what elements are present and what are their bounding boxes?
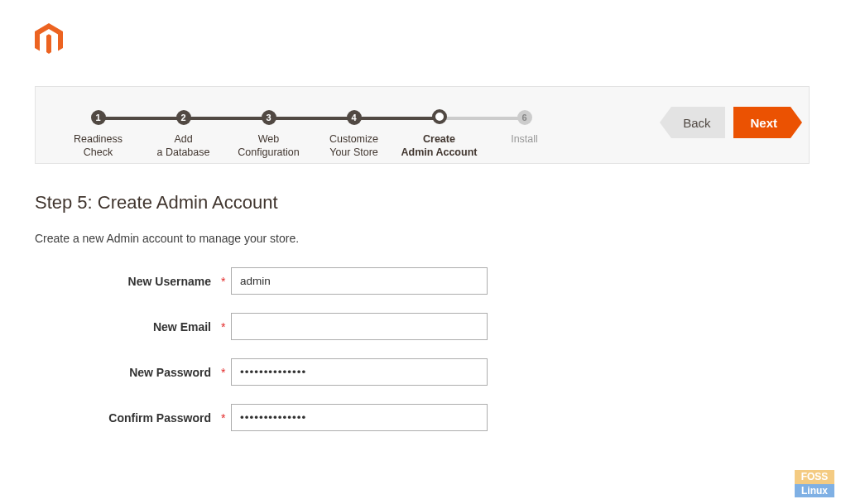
step-label: Customize Your Store [329,133,378,159]
admin-account-form: New Username * New Email * New Password … [35,258,488,440]
step-circle: 2 [176,110,191,125]
step-circle: 4 [347,110,362,125]
field-row-username: New Username * [35,258,488,304]
confirm-password-label: Confirm Password [35,411,221,425]
step-readiness-check: 1 Readiness Check [55,110,141,159]
step-circle [432,109,447,124]
required-asterisk: * [221,366,231,379]
password-label: New Password [35,366,221,379]
required-asterisk: * [221,411,231,425]
required-asterisk: * [221,275,231,288]
field-row-password: New Password * [35,349,488,395]
next-button[interactable]: Next [733,107,791,138]
step-label: Create Admin Account [401,133,478,159]
username-label: New Username [35,275,221,288]
password-input[interactable] [231,358,488,386]
back-button[interactable]: Back [671,107,725,138]
page-title: Step 5: Create Admin Account [35,192,278,214]
step-connector [269,117,354,120]
step-label: Readiness Check [74,133,123,159]
field-row-confirm-password: Confirm Password * [35,395,488,440]
email-input[interactable] [231,313,488,340]
step-connector [354,117,440,120]
required-asterisk: * [221,320,231,334]
wizard-progress: 1 Readiness Check 2 Add a Database 3 Web… [35,86,810,164]
step-circle: 6 [517,110,532,125]
page-description: Create a new Admin account to manage you… [35,232,299,245]
username-input[interactable] [231,267,488,295]
magento-logo [35,23,63,60]
step-connector [440,117,525,120]
step-connector [99,117,184,120]
step-connector [184,117,269,120]
step-label: Install [511,133,538,146]
email-label: New Email [35,320,221,334]
step-label: Add a Database [157,133,210,159]
step-circle: 1 [91,110,106,125]
field-row-email: New Email * [35,304,488,349]
watermark: FOSS Linux [795,470,834,497]
step-circle: 3 [262,110,276,125]
step-install: 6 Install [482,110,567,146]
step-label: Web Configuration [238,133,299,159]
confirm-password-input[interactable] [231,404,488,431]
